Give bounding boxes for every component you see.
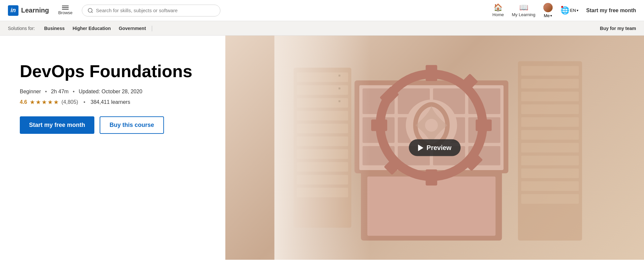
logo-area[interactable]: in Learning bbox=[8, 5, 49, 16]
cta-buttons: Start my free month Buy this course bbox=[20, 116, 192, 134]
star-2: ★ bbox=[36, 99, 41, 106]
course-meta: Beginner • 2h 47m • Updated: October 28,… bbox=[20, 89, 192, 95]
course-updated: Updated: October 28, 2020 bbox=[79, 89, 142, 94]
learner-count: 384,411 learners bbox=[91, 99, 130, 105]
logo-text: Learning bbox=[21, 7, 49, 14]
star-1: ★ bbox=[30, 99, 35, 106]
meta-separator-3: • bbox=[83, 99, 85, 105]
hero-illustration: Preview bbox=[225, 36, 644, 260]
start-free-month-header-button[interactable]: Start my free month bbox=[586, 8, 636, 14]
meta-separator-2: • bbox=[73, 89, 75, 94]
rating-number: 4.6 bbox=[20, 99, 27, 105]
course-level: Beginner bbox=[20, 89, 41, 94]
solutions-label: Solutions for: bbox=[8, 26, 35, 31]
solutions-bar: Solutions for: Business Higher Education… bbox=[0, 21, 644, 36]
government-link[interactable]: Government bbox=[115, 26, 150, 31]
hamburger-icon bbox=[62, 6, 69, 10]
course-duration: 2h 47m bbox=[51, 89, 69, 94]
search-icon bbox=[87, 8, 93, 14]
linkedin-logo-icon: in bbox=[8, 5, 18, 16]
my-learning-label: My Learning bbox=[512, 12, 535, 17]
home-icon: 🏠 bbox=[494, 4, 502, 11]
rating-count: (4,805) bbox=[61, 99, 78, 105]
me-text: Me bbox=[544, 13, 550, 18]
star-rating: ★ ★ ★ ★ ★ bbox=[30, 99, 59, 106]
hero-background: Preview bbox=[225, 36, 644, 260]
start-free-month-button[interactable]: Start my free month bbox=[20, 116, 94, 134]
my-learning-nav-item[interactable]: 📖 My Learning bbox=[512, 4, 535, 17]
home-nav-item[interactable]: 🏠 Home bbox=[493, 4, 504, 17]
top-navigation: in Learning Browse 🏠 Home 📖 My Learning bbox=[0, 0, 644, 21]
meta-separator-1: • bbox=[45, 89, 47, 94]
lang-chevron-icon: ▾ bbox=[577, 9, 578, 12]
preview-label: Preview bbox=[427, 144, 452, 152]
me-nav-item[interactable]: Me ▾ bbox=[543, 3, 553, 18]
svg-line-1 bbox=[91, 12, 92, 13]
chevron-down-icon: ▾ bbox=[550, 14, 552, 17]
language-selector[interactable]: 🌐 EN ▾ bbox=[561, 6, 578, 15]
buy-for-team-link[interactable]: Buy for my team bbox=[600, 26, 636, 31]
language-label: EN bbox=[570, 8, 576, 13]
course-title: DevOps Foundations bbox=[20, 62, 192, 81]
course-info: DevOps Foundations Beginner • 2h 47m • U… bbox=[0, 36, 212, 154]
solutions-links: Business Higher Education Government bbox=[40, 26, 150, 31]
preview-button[interactable]: Preview bbox=[409, 139, 461, 156]
star-5-half: ★ bbox=[53, 99, 59, 106]
avatar bbox=[543, 3, 553, 12]
hero-section: DevOps Foundations Beginner • 2h 47m • U… bbox=[0, 36, 644, 260]
business-link[interactable]: Business bbox=[40, 26, 69, 31]
browse-label: Browse bbox=[58, 10, 72, 15]
notification-badge bbox=[561, 6, 564, 8]
rating-row: 4.6 ★ ★ ★ ★ ★ (4,805) • 384,411 learners bbox=[20, 99, 192, 106]
higher-education-link[interactable]: Higher Education bbox=[69, 26, 115, 31]
star-3: ★ bbox=[42, 99, 47, 106]
book-icon: 📖 bbox=[519, 4, 528, 11]
play-icon bbox=[418, 144, 423, 151]
nav-right: 🏠 Home 📖 My Learning Me ▾ 🌐 EN ▾ Start m… bbox=[493, 3, 636, 18]
me-label-area: Me ▾ bbox=[544, 13, 552, 18]
divider: | bbox=[151, 25, 153, 32]
search-input[interactable] bbox=[96, 8, 215, 13]
browse-button[interactable]: Browse bbox=[54, 3, 76, 18]
home-label: Home bbox=[493, 12, 504, 17]
buy-course-button[interactable]: Buy this course bbox=[100, 116, 164, 134]
star-4: ★ bbox=[48, 99, 53, 106]
search-bar[interactable] bbox=[82, 5, 220, 16]
svg-point-0 bbox=[88, 8, 92, 12]
